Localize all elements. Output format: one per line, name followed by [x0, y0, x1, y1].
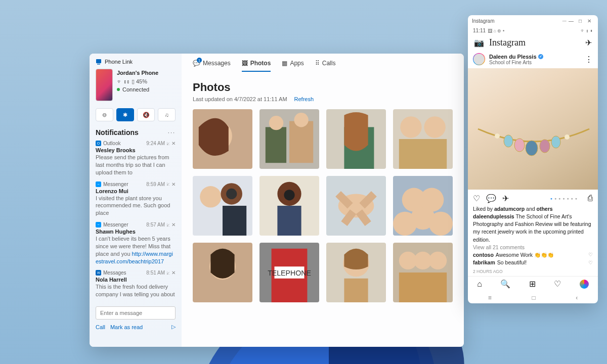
- outlook-icon: O: [96, 141, 101, 146]
- svg-text:TELEPHONE: TELEPHONE: [268, 269, 311, 277]
- svg-point-50: [551, 136, 560, 148]
- dnd-button[interactable]: ⊖: [96, 108, 113, 121]
- home-icon[interactable]: □: [532, 294, 535, 301]
- photo-thumb[interactable]: TELEPHONE: [259, 243, 319, 302]
- apps-tab-icon: ▦: [282, 60, 287, 67]
- photo-thumb[interactable]: [193, 176, 252, 236]
- view-comments[interactable]: View all 21 comments: [473, 244, 593, 251]
- refresh-button[interactable]: Refresh: [294, 96, 314, 102]
- post-username[interactable]: Daleen du Plessis✓: [489, 54, 543, 60]
- maximize-button[interactable]: □: [576, 18, 585, 24]
- photo-thumb[interactable]: [393, 176, 453, 236]
- photo-thumb[interactable]: [193, 243, 252, 302]
- add-post-icon[interactable]: ⊞: [529, 279, 536, 289]
- photo-thumb[interactable]: [259, 109, 319, 169]
- post-location[interactable]: School of Fine Arts: [489, 60, 543, 65]
- phone-status-bar: 11:11 🖼 ⌂ ⊛ • ᯤ ⫾ ▮: [468, 27, 598, 35]
- close-icon[interactable]: ✕: [171, 222, 176, 228]
- photo-thumb[interactable]: [326, 243, 386, 302]
- svg-point-49: [540, 140, 550, 153]
- window-title: Phone Link: [96, 59, 176, 65]
- carousel-dots: ● ● ● ● ● ● ●: [550, 197, 578, 200]
- caption: daleenduplessis The School of Fine Art's…: [473, 213, 593, 244]
- likes-text[interactable]: Liked by adatumcorp and others: [473, 205, 593, 213]
- profile-icon[interactable]: [580, 280, 589, 289]
- tab-apps[interactable]: ▦Apps: [282, 60, 304, 72]
- close-button[interactable]: ✕: [585, 18, 594, 24]
- search-icon[interactable]: 🔍: [500, 279, 510, 289]
- pin-icon[interactable]: ⟀: [167, 270, 169, 276]
- messages-icon: ✉: [96, 270, 101, 276]
- tab-photos[interactable]: 🖼Photos: [242, 60, 271, 72]
- pin-icon[interactable]: ⟀: [167, 222, 169, 228]
- post-more-icon[interactable]: ⋮: [585, 55, 593, 64]
- back-icon[interactable]: ‹: [576, 294, 578, 301]
- photo-thumb[interactable]: [259, 176, 319, 236]
- avatar[interactable]: [473, 53, 485, 65]
- mark-read-action[interactable]: Mark as read: [110, 324, 143, 330]
- like-icon[interactable]: ♡: [473, 194, 480, 203]
- minimize-button[interactable]: ―: [567, 18, 576, 24]
- tab-messages[interactable]: 💬Messages 1: [193, 60, 231, 72]
- instagram-logo: Instagram: [489, 37, 526, 48]
- notification-item[interactable]: O Outlook 9:24 AM ⟀ ✕ Wesley Brooks Plea…: [96, 141, 176, 176]
- send-icon[interactable]: ▷: [171, 324, 176, 330]
- svg-rect-45: [399, 272, 447, 302]
- status-right-icons: ᯤ ⫾ ▮: [581, 28, 593, 33]
- svg-point-29: [429, 212, 453, 236]
- calls-tab-icon: ⠿: [315, 60, 320, 67]
- notifications-more-button[interactable]: ···: [168, 129, 176, 135]
- notification-item[interactable]: ~ Messenger 8:59 AM ⟀ ✕ Lorenzo Mui I vi…: [96, 181, 176, 217]
- page-title: Photos: [193, 81, 453, 94]
- close-icon[interactable]: ✕: [171, 270, 176, 276]
- share-icon[interactable]: ✈: [502, 194, 509, 203]
- call-action[interactable]: Call: [96, 324, 105, 330]
- instagram-window: Instagram ··· ― □ ✕ 11:11 🖼 ⌂ ⊛ • ᯤ ⫾ ▮ …: [468, 15, 598, 303]
- photo-thumb[interactable]: [393, 243, 453, 302]
- svg-point-47: [514, 139, 525, 152]
- svg-rect-14: [399, 139, 447, 169]
- direct-message-icon[interactable]: ✈: [585, 38, 592, 48]
- main-tabs: 💬Messages 1 🖼Photos ▦Apps ⠿Calls: [182, 54, 464, 72]
- camera-icon[interactable]: 📷: [474, 38, 484, 48]
- close-icon[interactable]: ✕: [171, 141, 176, 146]
- phone-link-icon: [96, 59, 102, 65]
- pin-icon[interactable]: ⟀: [167, 181, 169, 187]
- post-image[interactable]: [468, 68, 598, 189]
- bluetooth-button[interactable]: ✱: [116, 108, 134, 121]
- phone-signal-battery: ᯤ ⫾⫾ ▯ 45%: [117, 77, 158, 86]
- comment: contoso Awesome Work 👏👏👏♡: [473, 251, 593, 259]
- comment-icon[interactable]: 💬: [486, 194, 496, 203]
- photo-thumb[interactable]: [393, 109, 453, 169]
- activity-icon[interactable]: ♡: [554, 279, 561, 289]
- comment-like-icon[interactable]: ♡: [588, 251, 593, 259]
- notification-item[interactable]: ✉ Messages 8:51 AM ⟀ ✕ Nola Harrell This…: [96, 270, 176, 298]
- window-title-text: Phone Link: [105, 59, 133, 65]
- notification-item[interactable]: ~ Messenger 8:57 AM ⟀ ✕ Shawn Hughes I c…: [96, 222, 176, 265]
- svg-point-22: [284, 190, 294, 200]
- music-button[interactable]: ♫: [158, 108, 176, 121]
- svg-rect-0: [96, 59, 101, 63]
- message-input[interactable]: [96, 306, 176, 320]
- svg-point-12: [400, 116, 421, 138]
- home-icon[interactable]: ⌂: [477, 280, 482, 289]
- status-dot-icon: [117, 88, 120, 91]
- svg-point-44: [429, 252, 447, 269]
- close-icon[interactable]: ✕: [171, 181, 176, 187]
- verified-icon: ✓: [538, 54, 543, 59]
- comment-like-icon[interactable]: ♡: [588, 259, 593, 267]
- photo-thumb[interactable]: [193, 109, 252, 169]
- sound-button[interactable]: 🔇: [137, 108, 155, 121]
- phone-wallpaper-thumb: [96, 69, 113, 101]
- tab-calls[interactable]: ⠿Calls: [315, 60, 336, 72]
- phone-name: Jordan's Phone: [117, 69, 158, 77]
- pin-icon[interactable]: ⟀: [167, 141, 169, 146]
- svg-point-46: [504, 135, 513, 147]
- messenger-icon: ~: [96, 222, 101, 228]
- status-left-icons: 🖼 ⌂ ⊛ •: [488, 28, 504, 33]
- recents-icon[interactable]: ≡: [488, 294, 492, 301]
- photo-thumb[interactable]: [326, 109, 386, 169]
- photo-thumb[interactable]: [326, 176, 386, 236]
- titlebar-more[interactable]: ···: [562, 18, 567, 24]
- bookmark-icon[interactable]: ⎙: [588, 194, 593, 203]
